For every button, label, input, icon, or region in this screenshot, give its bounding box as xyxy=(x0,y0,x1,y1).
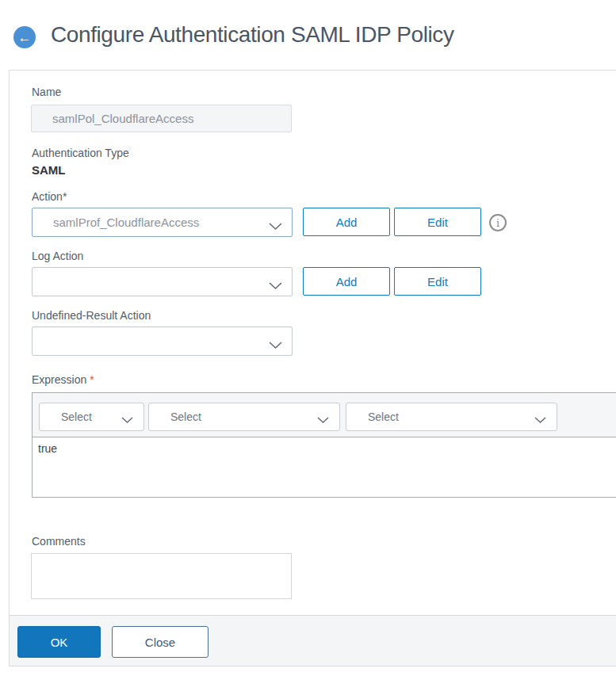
arrow-left-icon: ← xyxy=(18,31,32,44)
expression-editor: Select Select Select true xyxy=(32,392,616,498)
ok-button[interactable]: OK xyxy=(17,626,101,658)
log-action-add-button[interactable]: Add xyxy=(303,267,390,296)
chevron-down-icon xyxy=(269,338,282,346)
chevron-down-icon xyxy=(269,279,282,287)
expression-label: Expression * xyxy=(32,373,94,386)
expression-operator-select-1[interactable]: Select xyxy=(39,403,144,431)
expression-operator-select-3[interactable]: Select xyxy=(346,403,557,431)
expression-toolbar: Select Select Select xyxy=(33,393,616,437)
action-add-button[interactable]: Add xyxy=(303,208,390,236)
name-field[interactable] xyxy=(31,105,292,132)
authentication-type-label: Authentication Type xyxy=(32,147,129,159)
log-action-add-label: Add xyxy=(336,275,358,288)
undefined-result-action-label: Undefined-Result Action xyxy=(32,309,151,322)
action-edit-button[interactable]: Edit xyxy=(394,208,481,236)
ok-button-label: OK xyxy=(51,636,68,649)
action-select-value: samlProf_CloudflareAccess xyxy=(53,216,199,229)
action-label: Action* xyxy=(32,190,67,203)
log-action-label: Log Action xyxy=(32,250,83,262)
chevron-down-icon xyxy=(121,414,133,426)
expression-operator-select-2[interactable]: Select xyxy=(148,403,340,431)
page-title: Configure Authentication SAML IDP Policy xyxy=(51,22,454,48)
log-action-edit-button[interactable]: Edit xyxy=(394,267,481,296)
log-action-select[interactable] xyxy=(32,267,293,296)
close-button-label: Close xyxy=(145,636,175,649)
action-select[interactable]: samlProf_CloudflareAccess xyxy=(32,208,293,237)
chevron-down-icon xyxy=(317,414,329,426)
action-edit-label: Edit xyxy=(427,216,448,229)
back-button[interactable]: ← xyxy=(13,26,36,48)
configure-saml-idp-policy-page: ← Configure Authentication SAML IDP Poli… xyxy=(0,0,616,695)
close-button[interactable]: Close xyxy=(112,626,209,658)
undefined-result-action-select[interactable] xyxy=(32,326,293,356)
expression-textarea[interactable]: true xyxy=(33,437,616,497)
authentication-type-value: SAML xyxy=(32,163,66,177)
log-action-edit-label: Edit xyxy=(427,275,448,288)
required-asterisk: * xyxy=(90,373,94,386)
name-label: Name xyxy=(32,86,61,98)
footer-bar: OK Close xyxy=(10,615,616,666)
chevron-down-icon xyxy=(534,414,546,426)
action-add-label: Add xyxy=(336,216,358,229)
comments-label: Comments xyxy=(32,535,86,548)
info-icon[interactable]: i xyxy=(489,214,507,231)
chevron-down-icon xyxy=(269,220,282,227)
comments-field[interactable] xyxy=(31,553,292,599)
